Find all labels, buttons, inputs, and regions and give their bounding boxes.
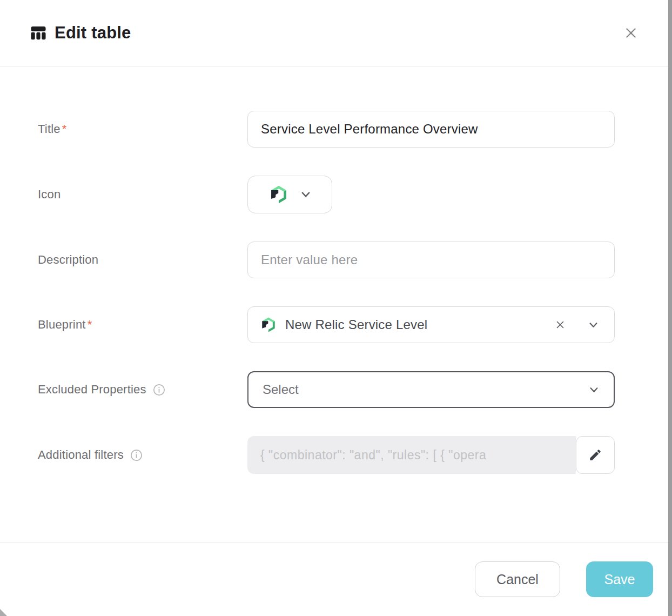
additional-filters-value: { "combinator": "and", "rules": [ { "ope… xyxy=(260,448,486,463)
close-icon xyxy=(623,25,639,41)
modal-body: Title* Icon xyxy=(0,66,672,542)
title-input[interactable] xyxy=(247,111,615,148)
chevron-down-icon xyxy=(588,384,600,396)
pencil-icon xyxy=(588,448,602,462)
title-control xyxy=(247,111,615,148)
background-strip xyxy=(668,0,672,616)
excluded-properties-control: Select xyxy=(247,371,615,408)
save-button[interactable]: Save xyxy=(586,561,653,597)
excluded-properties-placeholder: Select xyxy=(263,382,588,397)
blueprint-value: New Relic Service Level xyxy=(285,317,552,332)
icon-label-text: Icon xyxy=(38,188,61,202)
resize-handle[interactable] xyxy=(0,609,7,616)
blueprint-control: New Relic Service Level xyxy=(247,306,615,343)
blueprint-label: Blueprint* xyxy=(38,318,247,332)
modal-header: Edit table xyxy=(0,0,672,66)
close-button[interactable] xyxy=(621,23,641,43)
field-row-title: Title* xyxy=(38,111,672,148)
field-row-blueprint: Blueprint* New Relic Service Level xyxy=(38,306,672,343)
field-row-description: Description xyxy=(38,242,672,278)
blueprint-label-text: Blueprint xyxy=(38,318,86,332)
icon-label: Icon xyxy=(38,188,247,202)
edit-table-modal: Edit table Title* Icon xyxy=(0,0,672,616)
icon-control xyxy=(247,176,615,213)
field-row-icon: Icon xyxy=(38,176,672,213)
chevron-down-icon xyxy=(588,319,599,331)
additional-filters-label: Additional filters xyxy=(38,448,247,462)
additional-filters-field: { "combinator": "and", "rules": [ { "ope… xyxy=(247,436,576,474)
cancel-button[interactable]: Cancel xyxy=(475,561,560,597)
additional-filters-group: { "combinator": "and", "rules": [ { "ope… xyxy=(247,436,615,474)
table-icon xyxy=(28,23,49,43)
description-label-text: Description xyxy=(38,253,98,267)
field-row-excluded-properties: Excluded Properties Select xyxy=(38,371,672,408)
required-marker: * xyxy=(62,122,67,136)
title-label: Title* xyxy=(38,122,247,136)
edit-filters-button[interactable] xyxy=(576,436,615,474)
info-icon xyxy=(153,384,165,396)
icon-dropdown[interactable] xyxy=(247,176,332,213)
description-control xyxy=(247,242,615,278)
chevron-down-icon xyxy=(300,189,312,200)
additional-filters-control: { "combinator": "and", "rules": [ { "ope… xyxy=(247,436,615,474)
excluded-properties-select[interactable]: Select xyxy=(247,371,615,408)
clear-icon[interactable] xyxy=(552,317,568,333)
new-relic-icon xyxy=(268,184,289,205)
additional-filters-label-text: Additional filters xyxy=(38,448,124,462)
description-input[interactable] xyxy=(247,242,615,278)
blueprint-select[interactable]: New Relic Service Level xyxy=(247,306,615,343)
modal-footer: Cancel Save xyxy=(0,542,672,616)
excluded-properties-label-text: Excluded Properties xyxy=(38,383,146,397)
required-marker: * xyxy=(88,318,92,332)
title-label-text: Title xyxy=(38,122,61,136)
description-label: Description xyxy=(38,253,247,267)
field-row-additional-filters: Additional filters { "combinator": "and"… xyxy=(38,436,672,474)
info-icon xyxy=(130,449,143,461)
excluded-properties-label: Excluded Properties xyxy=(38,383,247,397)
new-relic-icon xyxy=(260,316,277,333)
page-title: Edit table xyxy=(55,23,131,43)
